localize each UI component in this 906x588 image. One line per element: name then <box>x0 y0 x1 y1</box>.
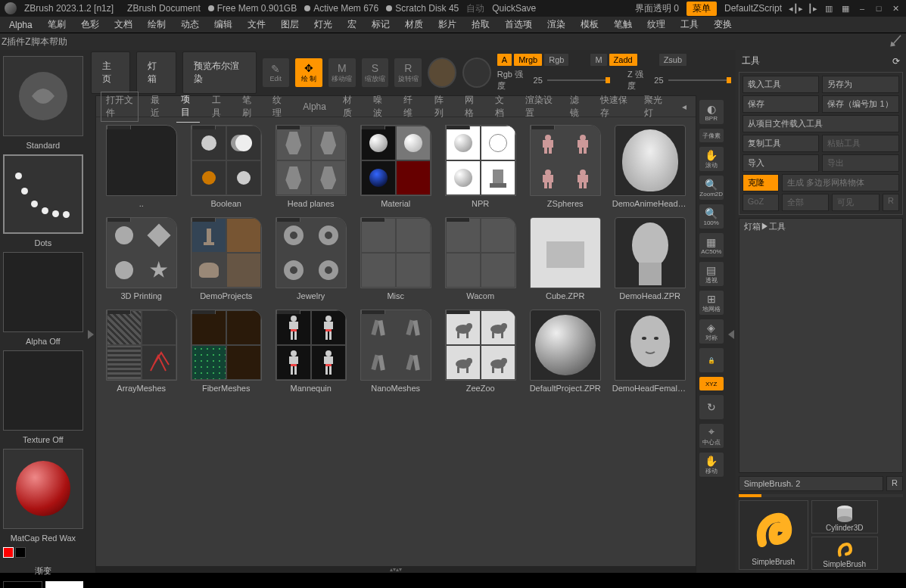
mode-rgb[interactable]: Rgb <box>544 54 568 66</box>
load-tool-button[interactable]: 载入工具 <box>743 76 820 93</box>
tool-simplebrush[interactable]: SimpleBrush <box>739 500 808 570</box>
gear-icon[interactable] <box>888 33 904 50</box>
layout-icon[interactable]: ▥ <box>823 3 835 14</box>
tool-r-button[interactable]: R <box>886 476 903 491</box>
texture-swatch[interactable] <box>3 350 83 431</box>
draw-mode-button[interactable]: ✥绘 制 <box>295 58 322 87</box>
browser-item[interactable]: FiberMeshes <box>188 310 264 393</box>
browser-item[interactable]: NPR <box>443 125 518 208</box>
menu-toggle-button[interactable]: 菜单 <box>687 2 717 16</box>
goz-button[interactable]: GoZ <box>743 194 779 211</box>
rgb-intensity-slider[interactable]: Rgb 强度 25 <box>497 69 610 92</box>
save-numbered-button[interactable]: 保存（编号加 1） <box>822 95 899 113</box>
home-button[interactable]: 主页 <box>91 51 131 94</box>
gradient-label[interactable]: 渐变 <box>3 564 83 578</box>
lightbox-button[interactable]: 灯箱 <box>136 51 176 94</box>
browser-item[interactable]: Jewelry <box>273 217 349 300</box>
ui-transparency[interactable]: 界面透明 0 <box>635 2 679 15</box>
browser-item[interactable]: DefaultProject.ZPR <box>528 310 603 393</box>
menu-拾取[interactable]: 拾取 <box>464 16 497 33</box>
paste-tool-button[interactable]: 粘贴工具 <box>822 135 899 152</box>
persp-button[interactable]: ▤透视 <box>699 262 724 286</box>
alpha-swatch[interactable] <box>3 252 83 332</box>
menu-工具[interactable]: 工具 <box>673 16 706 33</box>
switch-black[interactable] <box>3 581 42 588</box>
browser-item[interactable]: .. <box>104 125 179 208</box>
menu-渲染[interactable]: 渲染 <box>540 16 573 33</box>
menu-编辑[interactable]: 编辑 <box>207 16 240 33</box>
xyz-button[interactable]: XYZ <box>699 377 724 390</box>
switch-white[interactable] <box>45 581 83 588</box>
menu-影片[interactable]: 影片 <box>431 16 464 33</box>
clone-button[interactable]: 克隆 <box>743 174 779 191</box>
goz-all-button[interactable]: 全部 <box>782 194 830 211</box>
browser-item[interactable]: ZSpheres <box>528 125 603 208</box>
lightbox-tools-button[interactable]: 灯箱▶工具 <box>739 218 903 473</box>
gen-poly-button[interactable]: 生成 多边形网格物体 <box>782 174 899 191</box>
save-button[interactable]: 保存 <box>743 95 820 113</box>
zoom2d-button[interactable]: 🔍Zoom2D <box>699 176 724 200</box>
browser-item[interactable]: DemoHead.ZPR <box>612 217 688 300</box>
menu-变换[interactable]: 变换 <box>706 16 739 33</box>
floor-button[interactable]: ⊞地网格 <box>699 291 724 315</box>
layout-icon-2[interactable]: ▦ <box>839 3 852 14</box>
maximize-icon[interactable]: □ <box>873 3 885 14</box>
color-swatch-fg[interactable] <box>3 547 14 558</box>
rotate-mode-button[interactable]: R旋转缩 <box>394 58 422 87</box>
browser-item[interactable]: DemoProjects <box>188 217 264 300</box>
menu-文件[interactable]: 文件 <box>240 16 273 33</box>
menu-色彩[interactable]: 色彩 <box>73 16 107 33</box>
mode-m[interactable]: M <box>590 54 606 66</box>
menu-标记[interactable]: 标记 <box>364 16 397 33</box>
import-project-button[interactable]: 从项目文件载入工具 <box>743 115 899 132</box>
center-button[interactable]: ⌖中心点 <box>699 424 724 448</box>
browser-item[interactable]: NanoMeshes <box>358 310 434 393</box>
quicksave-button[interactable]: QuickSave <box>492 3 536 14</box>
menu-笔刷[interactable]: 笔刷 <box>40 16 73 33</box>
scroll-button[interactable]: ✋滚动 <box>699 147 724 171</box>
saveas-button[interactable]: 另存为 <box>822 76 899 93</box>
mode-zadd[interactable]: Zadd <box>609 54 637 66</box>
bpr-button[interactable]: ◐BPR <box>699 100 724 124</box>
browser-nav-left-icon[interactable]: ◂ <box>677 98 691 115</box>
browser-item[interactable]: Mannequin <box>273 310 349 393</box>
close-icon[interactable]: ✕ <box>889 3 901 14</box>
menu-纹理[interactable]: 纹理 <box>640 16 673 33</box>
stroke-swatch[interactable] <box>3 154 83 235</box>
browser-item[interactable]: ArrayMeshes <box>104 310 179 393</box>
preview-bool-button[interactable]: 预览布尔渲染 <box>182 51 257 94</box>
browser-item[interactable]: ZeeZoo <box>443 310 518 393</box>
sym-button[interactable]: ◈对称 <box>699 319 724 344</box>
lock-button[interactable]: 🔒 <box>699 348 724 372</box>
menu-绘制[interactable]: 绘制 <box>140 16 173 33</box>
render-circle-2[interactable] <box>462 58 491 88</box>
default-zscript[interactable]: DefaultZScript <box>724 3 782 14</box>
mode-zsub[interactable]: Zsub <box>659 54 687 66</box>
rotate-icon-button[interactable]: ↻ <box>699 395 724 419</box>
goz-visible-button[interactable]: 可见 <box>832 194 880 211</box>
subpixel-button[interactable]: 子像素 <box>699 129 724 142</box>
export-button[interactable]: 导出 <box>822 154 899 172</box>
left-expand-handle[interactable] <box>86 95 95 573</box>
right-expand-handle[interactable] <box>727 95 736 573</box>
browser-item[interactable]: Cube.ZPR <box>528 217 603 300</box>
menu-模板[interactable]: 模板 <box>573 16 606 33</box>
browser-item[interactable]: Head planes <box>273 125 349 208</box>
browser-item[interactable]: Boolean <box>188 125 264 208</box>
menu-Z插件[interactable]: Z插件 <box>2 36 25 48</box>
arrows-icon[interactable]: ◂┃▸ <box>789 3 802 14</box>
menu-笔触[interactable]: 笔触 <box>606 16 640 33</box>
move-mode-button[interactable]: M移动缩 <box>328 58 356 87</box>
browser-item[interactable]: Wacom <box>443 217 518 300</box>
import-button[interactable]: 导入 <box>743 154 820 172</box>
z-intensity-slider[interactable]: Z 强度 25 <box>627 69 731 92</box>
render-circle-1[interactable] <box>428 58 456 88</box>
mode-mrgb[interactable]: Mrgb <box>514 54 542 66</box>
tool-simplebrush-2[interactable]: SimpleBrush <box>811 537 878 570</box>
browser-tab-Alpha[interactable]: Alpha <box>298 98 331 115</box>
copy-tool-button[interactable]: 复制工具 <box>743 135 820 152</box>
zoom100-button[interactable]: 🔍100% <box>699 204 724 229</box>
menu-文档[interactable]: 文档 <box>107 16 140 33</box>
menu-灯光[interactable]: 灯光 <box>307 16 340 33</box>
color-swatch-bg[interactable] <box>15 547 26 558</box>
